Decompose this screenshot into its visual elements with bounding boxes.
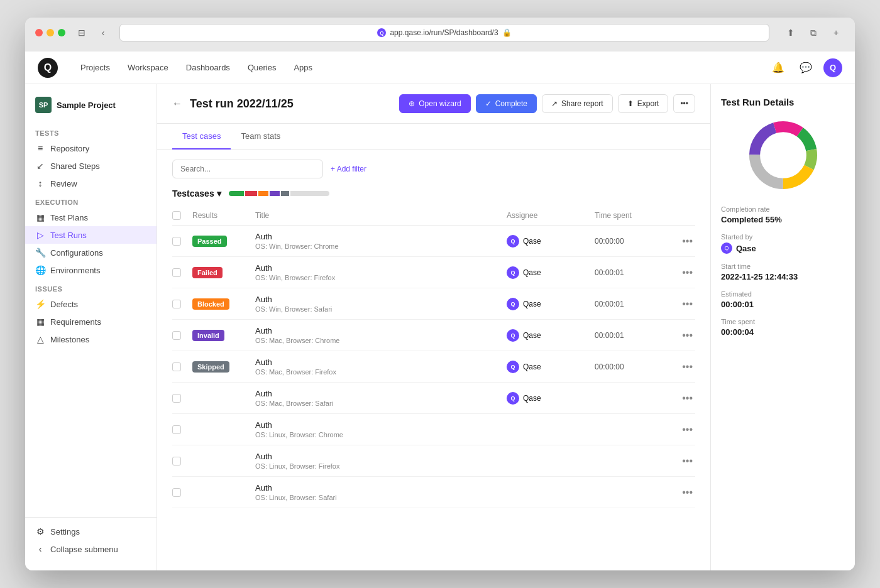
nav-workspace[interactable]: Workspace xyxy=(120,59,176,76)
sidebar-item-collapse[interactable]: ‹ Collapse submenu xyxy=(25,540,157,558)
result-badge-cell-4: Skipped xyxy=(192,361,255,373)
test-title: Auth xyxy=(255,483,507,493)
sidebar-item-review[interactable]: ↕ Review xyxy=(25,175,157,192)
nav-dashboards[interactable]: Dashboards xyxy=(179,59,238,76)
row-actions-button-8[interactable]: ••• xyxy=(679,484,695,501)
back-button[interactable]: ‹ xyxy=(94,25,112,40)
issues-section-label: ISSUES xyxy=(25,283,157,295)
chevron-down-icon[interactable]: ▾ xyxy=(217,188,221,199)
sidebar-toggle[interactable]: ⊟ xyxy=(73,25,91,40)
row-actions-button-4[interactable]: ••• xyxy=(679,359,695,375)
sidebar-item-configurations[interactable]: 🔧 Configurations xyxy=(25,244,157,261)
project-name: Sample Project xyxy=(57,101,116,110)
row-checkbox-7[interactable] xyxy=(172,457,181,466)
project-icon: SP xyxy=(35,97,52,113)
row-checkbox-5[interactable] xyxy=(172,394,181,403)
nav-items: Projects Workspace Dashboards Queries Ap… xyxy=(73,59,320,76)
back-to-runs-button[interactable]: ← xyxy=(172,98,182,109)
sidebar-item-shared-steps[interactable]: ↙ Shared Steps xyxy=(25,157,157,175)
minimize-button[interactable] xyxy=(47,29,54,36)
row-checkbox-3[interactable] xyxy=(172,331,181,340)
start-time-label: Start time xyxy=(721,263,845,270)
chat-icon[interactable]: 💬 xyxy=(796,58,816,78)
actions-cell-1: ••• xyxy=(670,264,695,281)
actions-cell-2: ••• xyxy=(670,296,695,312)
checkmark-icon: ✓ xyxy=(485,99,492,108)
actions-cell-4: ••• xyxy=(670,359,695,375)
row-actions-button-3[interactable]: ••• xyxy=(679,327,695,344)
svg-point-7 xyxy=(761,134,805,177)
actions-cell-3: ••• xyxy=(670,327,695,344)
row-actions-button-0[interactable]: ••• xyxy=(679,233,695,249)
test-cases-table: Results Title Assignee Time spent Passed xyxy=(172,206,695,508)
sidebar-item-milestones[interactable]: △ Milestones xyxy=(25,330,157,348)
title-cell-3: Auth OS: Mac, Browser: Chrome xyxy=(255,326,507,344)
tabs-icon[interactable]: ⧉ xyxy=(805,25,822,40)
user-avatar[interactable]: Q xyxy=(823,58,842,77)
notification-icon[interactable]: 🔔 xyxy=(768,58,788,78)
nav-queries[interactable]: Queries xyxy=(240,59,284,76)
row-checkbox-0[interactable] xyxy=(172,237,181,246)
search-input[interactable] xyxy=(172,160,323,178)
close-button[interactable] xyxy=(35,29,43,36)
row-checkbox-1[interactable] xyxy=(172,268,181,277)
add-filter-button[interactable]: + Add filter xyxy=(331,165,366,173)
share-report-button[interactable]: ↗ Share report xyxy=(542,94,613,113)
status-badge: Skipped xyxy=(192,361,229,373)
sidebar-item-defects-label: Defects xyxy=(50,300,78,309)
test-subtitle: OS: Linux, Browser: Safari xyxy=(255,494,507,501)
assignee-avatar: Q xyxy=(507,392,519,405)
row-actions-button-7[interactable]: ••• xyxy=(679,453,695,469)
actions-cell-6: ••• xyxy=(670,422,695,438)
test-title: Auth xyxy=(255,357,507,367)
test-title: Auth xyxy=(255,326,507,335)
time-cell-4: 00:00:00 xyxy=(595,362,670,371)
row-checkbox-2[interactable] xyxy=(172,300,181,308)
browser-window: ⊟ ‹ Q app.qase.io/run/SP/dashboard/3 🔒 ⬆… xyxy=(25,18,855,570)
assignee-name: Qase xyxy=(523,394,541,403)
nav-apps[interactable]: Apps xyxy=(286,59,320,76)
row-actions-button-1[interactable]: ••• xyxy=(679,264,695,281)
tab-test-cases[interactable]: Test cases xyxy=(172,124,231,150)
complete-button[interactable]: ✓ Complete xyxy=(476,94,537,113)
test-subtitle: OS: Linux, Browser: Chrome xyxy=(255,431,507,438)
row-checkbox-6[interactable] xyxy=(172,425,181,434)
sidebar-item-environments-label: Environments xyxy=(50,266,100,275)
sidebar-item-test-plans[interactable]: ▦ Test Plans xyxy=(25,209,157,226)
sidebar-item-defects[interactable]: ⚡ Defects xyxy=(25,295,157,313)
export-button[interactable]: ⬆ Export xyxy=(618,94,669,113)
assignee-name: Qase xyxy=(523,237,541,246)
content-area: + Add filter Testcases ▾ xyxy=(157,150,710,570)
row-actions-button-6[interactable]: ••• xyxy=(679,422,695,438)
col-assignee: Assignee xyxy=(507,211,595,220)
status-badge: Invalid xyxy=(192,330,224,341)
row-actions-button-5[interactable]: ••• xyxy=(679,390,695,406)
nav-projects[interactable]: Projects xyxy=(73,59,118,76)
assignee-cell-5: Q Qase xyxy=(507,392,595,405)
sidebar-item-milestones-label: Milestones xyxy=(50,335,89,344)
tab-team-stats[interactable]: Team stats xyxy=(231,124,290,150)
select-all-checkbox[interactable] xyxy=(172,211,181,220)
row-actions-button-2[interactable]: ••• xyxy=(679,296,695,312)
assignee-name: Qase xyxy=(523,268,541,277)
estimated-stat: Estimated 00:00:01 xyxy=(721,290,845,309)
row-checkbox-4[interactable] xyxy=(172,362,181,371)
open-wizard-button[interactable]: ⊕ Open wizard xyxy=(399,94,470,113)
fullscreen-button[interactable] xyxy=(58,29,65,36)
project-header: SP Sample Project xyxy=(25,92,157,118)
address-bar[interactable]: Q app.qase.io/run/SP/dashboard/3 🔒 xyxy=(119,24,769,41)
testcases-title: Testcases ▾ xyxy=(172,188,221,199)
sidebar-item-requirements[interactable]: ▦ Requirements xyxy=(25,313,157,330)
assignee-cell-0: Q Qase xyxy=(507,235,595,248)
row-checkbox-8[interactable] xyxy=(172,488,181,497)
sidebar-item-settings[interactable]: ⚙ Settings xyxy=(25,523,157,540)
sidebar-item-environments[interactable]: 🌐 Environments xyxy=(25,261,157,279)
col-results: Results xyxy=(192,211,255,220)
new-tab-icon[interactable]: + xyxy=(827,25,845,40)
sidebar-item-test-runs[interactable]: ▷ Test Runs xyxy=(25,226,157,244)
completion-rate-stat: Completion rate Completed 55% xyxy=(721,205,845,224)
more-options-button[interactable]: ••• xyxy=(673,94,695,113)
started-by-label: Started by xyxy=(721,233,845,241)
sidebar-item-repository[interactable]: ≡ Repository xyxy=(25,139,157,157)
share-icon[interactable]: ⬆ xyxy=(782,25,800,40)
